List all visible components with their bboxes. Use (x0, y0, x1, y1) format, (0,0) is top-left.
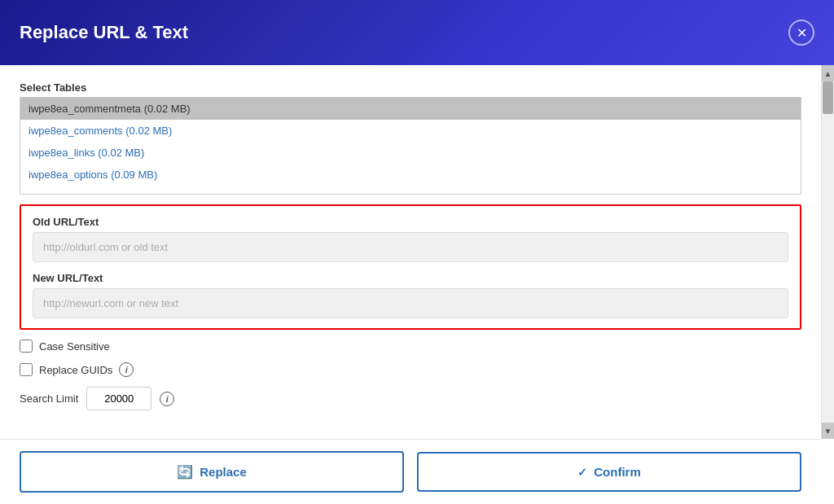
scrollbar-thumb[interactable] (823, 81, 833, 114)
scrollbar-down-button[interactable]: ▼ (822, 423, 834, 439)
url-text-section: Old URL/Text New URL/Text (20, 204, 801, 330)
table-item[interactable]: iwpe8ea_options (0.09 MB) (20, 164, 801, 186)
old-url-field: Old URL/Text (33, 216, 788, 262)
replace-guids-label: Replace GUIDs (39, 364, 112, 376)
table-select-list[interactable]: iwpe8ea_commentmeta (0.02 MB) iwpe8ea_co… (20, 97, 801, 195)
search-limit-label: Search Limit (20, 392, 78, 405)
table-item[interactable]: iwpe8ea_links (0.02 MB) (20, 142, 801, 164)
modal-footer: 🔄 Replace ✓ Confirm (0, 439, 821, 504)
case-sensitive-label: Case Sensitive (39, 340, 110, 353)
scrollbar-up-button[interactable]: ▲ (822, 65, 834, 81)
case-sensitive-checkbox[interactable] (20, 340, 33, 353)
replace-guids-row: Replace GUIDs i (20, 362, 814, 377)
select-tables-section: Select Tables iwpe8ea_commentmeta (0.02 … (20, 81, 814, 195)
modal-title: Replace URL & Text (20, 22, 188, 43)
table-item[interactable]: iwpe8ea_comments (0.02 MB) (20, 120, 801, 142)
case-sensitive-row: Case Sensitive (20, 340, 814, 353)
confirm-button[interactable]: ✓ Confirm (417, 452, 801, 492)
modal-body: Select Tables iwpe8ea_commentmeta (0.02 … (0, 65, 834, 439)
confirm-button-label: Confirm (594, 465, 641, 479)
close-button[interactable]: ✕ (788, 20, 814, 46)
select-tables-label: Select Tables (20, 81, 814, 94)
replace-button[interactable]: 🔄 Replace (20, 451, 404, 493)
replace-icon: 🔄 (177, 464, 193, 480)
new-url-label: New URL/Text (33, 272, 788, 284)
confirm-check-icon: ✓ (577, 466, 587, 479)
search-limit-row: Search Limit i (20, 387, 814, 410)
modal-container: Replace URL & Text ✕ Select Tables iwpe8… (0, 0, 834, 504)
table-item[interactable]: iwpe8ea_commentmeta (0.02 MB) (20, 98, 801, 120)
replace-guids-checkbox[interactable] (20, 363, 33, 376)
scrollbar-track[interactable] (822, 81, 834, 423)
replace-guids-info-icon[interactable]: i (119, 362, 134, 377)
new-url-input[interactable] (33, 288, 788, 318)
old-url-label: Old URL/Text (33, 216, 788, 228)
modal-header: Replace URL & Text ✕ (0, 0, 834, 65)
replace-button-label: Replace (200, 465, 247, 479)
new-url-field: New URL/Text (33, 272, 788, 318)
scrollbar[interactable]: ▲ ▼ (821, 65, 834, 439)
search-limit-input[interactable] (86, 387, 151, 410)
old-url-input[interactable] (33, 232, 788, 262)
search-limit-info-icon[interactable]: i (160, 392, 174, 406)
